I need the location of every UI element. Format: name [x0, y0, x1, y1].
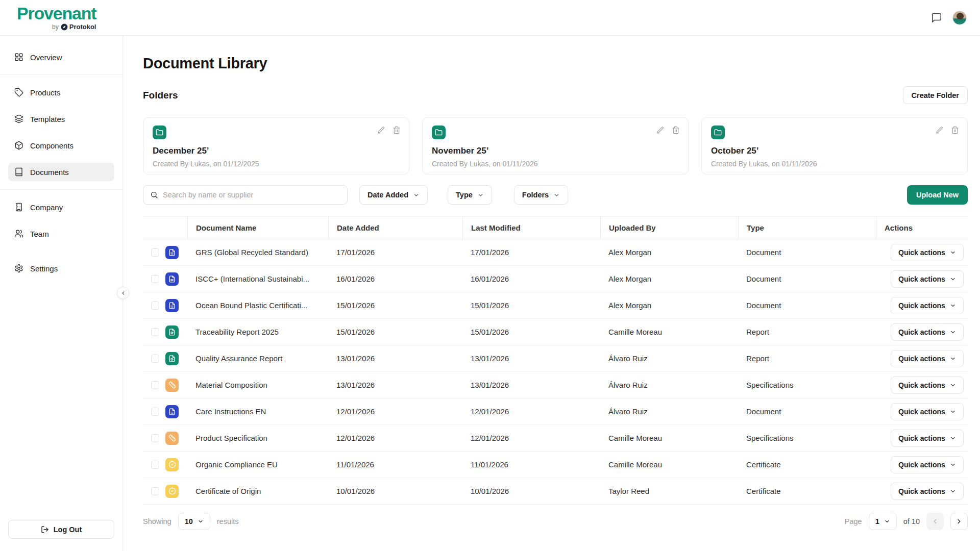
- quick-actions-button[interactable]: Quick actions: [891, 377, 964, 394]
- sidebar-item-components[interactable]: Components: [8, 136, 114, 155]
- doc-type: Document: [738, 301, 876, 310]
- doc-type: Report: [738, 328, 876, 336]
- quick-actions-label: Quick actions: [898, 434, 945, 442]
- filter-folders[interactable]: Folders: [514, 185, 568, 205]
- logout-button[interactable]: Log Out: [8, 520, 114, 539]
- sidebar-item-label: Company: [30, 203, 63, 212]
- users-icon: [14, 229, 23, 238]
- delete-folder-icon[interactable]: [672, 126, 680, 134]
- results-label: results: [217, 517, 239, 525]
- doc-name: ISCC+ (International Sustainabi...: [187, 274, 328, 283]
- row-checkbox[interactable]: [151, 302, 159, 310]
- edit-folder-icon[interactable]: [656, 126, 665, 134]
- row-checkbox[interactable]: [151, 461, 159, 469]
- sidebar-divider: [0, 74, 122, 75]
- sidebar-item-label: Team: [30, 230, 49, 238]
- protokol-icon: [61, 23, 68, 31]
- book-icon: [14, 167, 23, 177]
- table-row[interactable]: Quality Assurance Report 13/01/2026 13/0…: [143, 345, 968, 372]
- sidebar-item-documents[interactable]: Documents: [8, 163, 114, 181]
- quick-actions-label: Quick actions: [898, 248, 945, 257]
- row-checkbox[interactable]: [151, 248, 159, 257]
- last-modified: 13/01/2026: [462, 354, 600, 363]
- search-input[interactable]: [163, 191, 340, 199]
- date-added: 13/01/2026: [328, 354, 462, 363]
- sidebar-item-label: Overview: [30, 53, 62, 62]
- chat-icon[interactable]: [931, 12, 943, 24]
- folder-card[interactable]: December 25’ Created By Lukas, on 01/12/…: [143, 117, 409, 174]
- row-checkbox[interactable]: [151, 408, 159, 416]
- folder-card[interactable]: November 25’ Created By Lukas, on 01/11/…: [422, 117, 689, 174]
- quick-actions-button[interactable]: Quick actions: [891, 403, 964, 420]
- chevron-down-icon: [553, 192, 560, 198]
- page-select[interactable]: 1: [869, 513, 897, 530]
- quick-actions-button[interactable]: Quick actions: [891, 244, 964, 261]
- sidebar-item-templates[interactable]: Templates: [8, 110, 114, 128]
- sidebar-item-team[interactable]: Team: [8, 224, 114, 243]
- quick-actions-button[interactable]: Quick actions: [891, 430, 964, 447]
- doc-name: GRS (Global Recycled Standard): [187, 248, 328, 257]
- table-row[interactable]: Ocean Bound Plastic Certificati... 15/01…: [143, 292, 968, 319]
- row-checkbox[interactable]: [151, 355, 159, 363]
- table-row[interactable]: ISCC+ (International Sustainabi... 16/01…: [143, 266, 968, 292]
- table-row[interactable]: Care Instructions EN 12/01/2026 12/01/20…: [143, 398, 968, 425]
- folder-icon: [711, 126, 725, 139]
- row-checkbox[interactable]: [151, 381, 159, 389]
- doc-type: Specifications: [738, 434, 876, 442]
- upload-new-button[interactable]: Upload New: [907, 185, 968, 205]
- row-checkbox[interactable]: [151, 328, 159, 336]
- doc-type-icon: [165, 272, 179, 286]
- doc-type: Document: [738, 274, 876, 283]
- folder-card[interactable]: October 25’ Created By Lukas, on 01/11/2…: [701, 117, 968, 174]
- sidebar-item-overview[interactable]: Overview: [8, 48, 114, 66]
- quick-actions-label: Quick actions: [898, 328, 945, 336]
- filter-date-added[interactable]: Date Added: [359, 185, 428, 205]
- uploaded-by: Álvaro Ruiz: [600, 354, 738, 363]
- user-avatar[interactable]: [952, 11, 967, 25]
- edit-folder-icon[interactable]: [377, 126, 385, 134]
- row-checkbox[interactable]: [151, 487, 159, 495]
- chevron-left-icon: [120, 290, 126, 296]
- uploaded-by: Alex Morgan: [600, 248, 738, 257]
- table-row[interactable]: Product Specification 12/01/2026 12/01/2…: [143, 425, 968, 452]
- quick-actions-button[interactable]: Quick actions: [891, 323, 964, 341]
- delete-folder-icon[interactable]: [393, 126, 401, 134]
- quick-actions-label: Quick actions: [898, 487, 945, 495]
- table-row[interactable]: Traceability Report 2025 15/01/2026 15/0…: [143, 319, 968, 345]
- quick-actions-button[interactable]: Quick actions: [891, 456, 964, 473]
- uploaded-by: Álvaro Ruiz: [600, 381, 738, 389]
- delete-folder-icon[interactable]: [951, 126, 959, 134]
- next-page-button[interactable]: [950, 513, 968, 530]
- table-row[interactable]: Certificate of Origin 10/01/2026 10/01/2…: [143, 478, 968, 505]
- last-modified: 15/01/2026: [462, 328, 600, 336]
- create-folder-button[interactable]: Create Folder: [903, 86, 968, 104]
- row-checkbox[interactable]: [151, 434, 159, 442]
- quick-actions-button[interactable]: Quick actions: [891, 297, 964, 314]
- sidebar: Overview Products Templates Components D…: [0, 36, 123, 551]
- date-added: 16/01/2026: [328, 274, 462, 283]
- table-row[interactable]: Organic Compliance EU 11/01/2026 11/01/2…: [143, 452, 968, 478]
- table-row[interactable]: Material Composition 13/01/2026 13/01/20…: [143, 372, 968, 398]
- sidebar-item-company[interactable]: Company: [8, 198, 114, 216]
- uploaded-by: Alex Morgan: [600, 274, 738, 283]
- search-box: [143, 185, 348, 205]
- table-header: Document Name Date Added Last Modified U…: [143, 216, 968, 239]
- quick-actions-button[interactable]: Quick actions: [891, 350, 964, 367]
- header-actions: Actions: [876, 217, 968, 239]
- prev-page-button[interactable]: [926, 513, 944, 530]
- last-modified: 10/01/2026: [462, 487, 600, 495]
- uploaded-by: Camille Moreau: [600, 328, 738, 336]
- sidebar-collapse-button[interactable]: [117, 287, 129, 299]
- quick-actions-button[interactable]: Quick actions: [891, 483, 964, 500]
- table-row[interactable]: GRS (Global Recycled Standard) 17/01/202…: [143, 239, 968, 266]
- row-checkbox[interactable]: [151, 275, 159, 283]
- edit-folder-icon[interactable]: [936, 126, 944, 134]
- sidebar-item-settings[interactable]: Settings: [8, 259, 114, 278]
- doc-type: Document: [738, 248, 876, 257]
- filter-type[interactable]: Type: [448, 185, 492, 205]
- quick-actions-button[interactable]: Quick actions: [891, 270, 964, 288]
- chevron-down-icon: [950, 249, 956, 256]
- sidebar-item-products[interactable]: Products: [8, 83, 114, 102]
- page-size-select[interactable]: 10: [178, 513, 210, 530]
- chevron-down-icon: [950, 382, 956, 388]
